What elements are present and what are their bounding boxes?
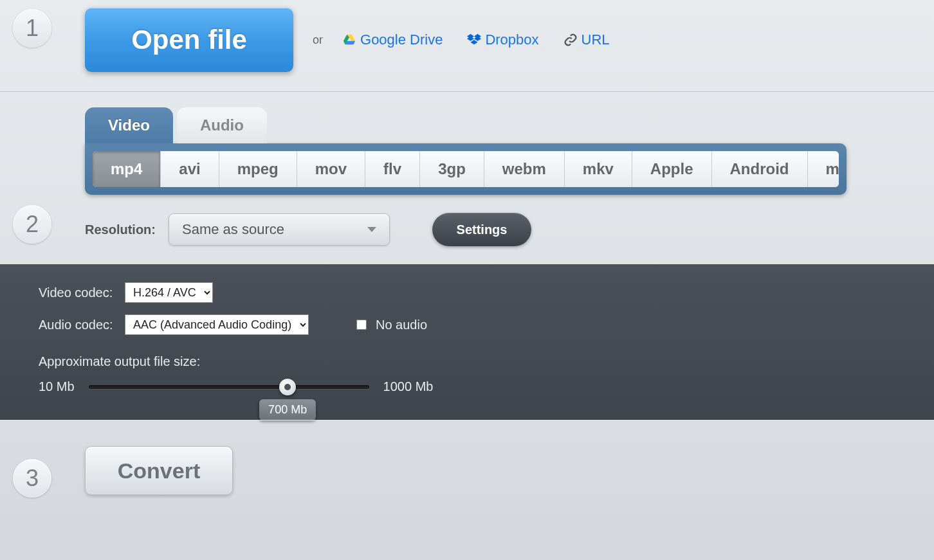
format-apple[interactable]: Apple (632, 151, 712, 187)
link-icon (563, 33, 578, 47)
step-2-section: 2 Video Audio mp4 avi mpeg mov flv 3gp w… (0, 92, 934, 420)
google-drive-link[interactable]: Google Drive (342, 32, 443, 48)
chevron-down-icon (367, 227, 376, 232)
slider-thumb[interactable] (279, 379, 296, 395)
resolution-label: Resolution: (85, 222, 156, 237)
format-bar-container: mp4 avi mpeg mov flv 3gp webm mkv Apple … (85, 143, 847, 195)
format-bar: mp4 avi mpeg mov flv 3gp webm mkv Apple … (93, 151, 839, 187)
step-1-section: 1 Open file or Google Drive Dropbox URL (0, 0, 934, 92)
svg-marker-7 (471, 40, 478, 44)
advanced-settings-panel: Video codec: H.264 / AVC Audio codec: AA… (0, 264, 934, 420)
slider-value-badge: 700 Mb (259, 399, 316, 420)
video-codec-select[interactable]: H.264 / AVC (125, 282, 213, 303)
settings-button[interactable]: Settings (432, 213, 531, 246)
format-webm[interactable]: webm (484, 151, 565, 187)
format-mp4[interactable]: mp4 (93, 151, 161, 187)
svg-marker-2 (345, 41, 356, 45)
video-codec-label: Video codec: (39, 285, 113, 300)
step-badge-1: 1 (13, 9, 51, 48)
audio-codec-label: Audio codec: (39, 318, 113, 332)
tab-video[interactable]: Video (85, 107, 173, 143)
step-3-section: 3 Convert (0, 420, 934, 521)
format-android[interactable]: Android (712, 151, 808, 187)
open-file-button[interactable]: Open file (85, 8, 293, 72)
tab-audio[interactable]: Audio (177, 107, 267, 143)
size-slider[interactable]: 700 Mb (89, 385, 369, 389)
no-audio-checkbox[interactable] (356, 320, 367, 330)
slider-min-label: 10 Mb (39, 379, 75, 394)
options-row: Resolution: Same as source Settings (85, 195, 934, 264)
google-drive-icon (342, 33, 356, 47)
step-badge-2: 2 (13, 205, 51, 244)
format-mkv[interactable]: mkv (565, 151, 632, 187)
format-mpeg[interactable]: mpeg (219, 151, 297, 187)
url-link[interactable]: URL (563, 32, 610, 48)
slider-max-label: 1000 Mb (383, 379, 434, 394)
format-mov[interactable]: mov (297, 151, 365, 187)
convert-button[interactable]: Convert (85, 446, 233, 495)
format-3gp[interactable]: 3gp (420, 151, 484, 187)
resolution-select[interactable]: Same as source (169, 213, 390, 246)
audio-codec-select[interactable]: AAC (Advanced Audio Coding) (125, 314, 309, 335)
format-more[interactable]: more (808, 151, 839, 187)
no-audio-label: No audio (376, 318, 427, 332)
dropbox-icon (467, 33, 481, 47)
or-text: or (313, 33, 323, 47)
resolution-value: Same as source (182, 221, 284, 238)
output-size-label: Approximate output file size: (39, 354, 895, 369)
google-drive-label: Google Drive (360, 32, 443, 48)
media-type-tabs: Video Audio (85, 92, 934, 143)
url-label: URL (581, 32, 610, 48)
step-badge-3: 3 (13, 459, 51, 498)
dropbox-link[interactable]: Dropbox (467, 32, 538, 48)
format-flv[interactable]: flv (365, 151, 420, 187)
dropbox-label: Dropbox (485, 32, 538, 48)
format-more-label: more (826, 160, 839, 177)
format-avi[interactable]: avi (161, 151, 219, 187)
